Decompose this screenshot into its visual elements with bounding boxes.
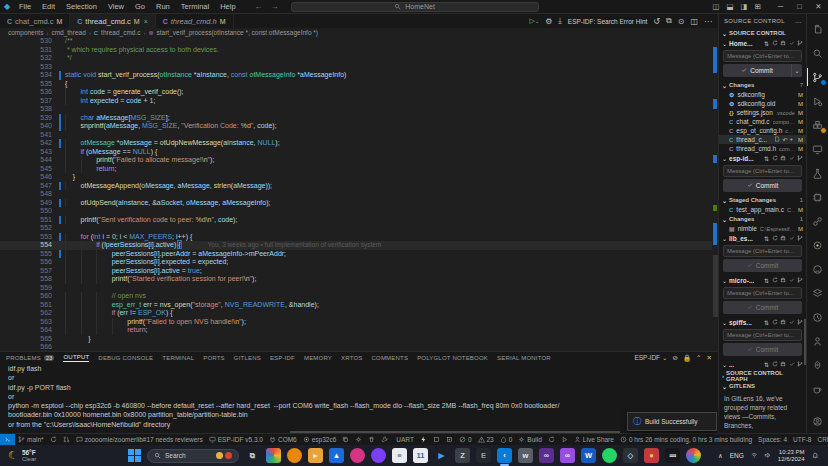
taskbar-photos[interactable]: ▲ [329,448,344,463]
nav-forward-icon[interactable]: → [271,2,279,11]
taskbar-media-play[interactable]: ▶ [434,448,449,463]
esp-idf-search-error-hint-button[interactable]: ESP-IDF: Search Error Hint [568,18,647,25]
gear-icon[interactable]: ⚙ [545,17,552,26]
taskbar-search[interactable]: Search [147,449,239,463]
commit-button[interactable]: Commit [723,64,791,77]
notification-bell-icon[interactable] [812,452,819,459]
tray-chevron-icon[interactable]: ∧ [718,452,723,460]
panel-tab-comments[interactable]: COMMENTS [372,355,409,361]
status-23[interactable]: 23 [475,434,497,445]
status-live-share[interactable]: Live Share [571,434,617,445]
language-indicator[interactable]: ENG [730,452,744,459]
timeline-icon[interactable]: ↺ [653,17,660,26]
taskbar-vscode[interactable]: ‹ [497,448,512,463]
taskbar-calendar[interactable]: 11 [413,448,428,463]
scm-file-threadc[interactable]: Cthread_c...↶+M [719,135,806,144]
panel-tab-memory[interactable]: MEMORY [304,355,332,361]
menu-item-view[interactable]: View [103,2,129,11]
scm-repo-libes[interactable]: ⌄lib_es...⇅ [719,233,806,244]
weather-widget[interactable]: ☾ 56°FClear [0,449,44,462]
download-icon[interactable]: ⤓ [558,16,562,26]
breadcrumb-item[interactable]: thread_cmd.c [101,29,140,36]
scm-file-sdkconfigold[interactable]: ⚙sdkconfig.oldM [719,99,806,108]
scm-graph-section-header[interactable]: › SOURCE CONTROL GRAPH [719,371,806,381]
commit-message-input[interactable]: Message (Ctrl+Enter to... [723,329,802,341]
status-copy[interactable] [339,434,352,445]
compare-icon[interactable]: ⊙ [678,17,685,26]
clock[interactable]: 10:23 PM12/6/2024 [778,449,805,463]
scm-group-changes[interactable]: ⌄Changes1 [719,214,806,224]
taskbar-word[interactable]: W [581,448,596,463]
panel-tab-serial-monitor[interactable]: SERIAL MONITOR [497,355,551,361]
scm-group-changes[interactable]: ⌄Changes7 [719,80,806,90]
taskbar-pink-app[interactable] [350,448,365,463]
output-console[interactable]: idf.py flashoridf.py -p PORT flashorpyth… [0,363,718,431]
activity-source-control-icon[interactable] [807,65,828,89]
taskbar-purple-app[interactable] [371,448,386,463]
breadcrumb[interactable]: components›cmd_thread›Cthread_cmd.c›⊛sta… [0,28,718,37]
menu-item-go[interactable]: Go [130,2,150,11]
status-boxplus[interactable] [443,434,456,445]
activity-search-icon[interactable] [807,41,828,65]
taskbar-task-view[interactable]: ⧉ [245,448,260,463]
scm-section-header[interactable]: ⌄ SOURCE CONTROL [719,28,806,38]
run-button[interactable]: ▷⌄ [530,17,540,25]
menu-item-help[interactable]: Help [215,2,240,11]
minimize-button[interactable]: ─ [771,2,790,11]
more-actions-icon[interactable]: ⋯ [704,17,712,26]
editor-tab-chat_cmd.c[interactable]: Cchat_cmd.cM [0,14,70,28]
status-0[interactable]: 0 [456,434,475,445]
activity-run-debug-icon[interactable] [807,89,828,113]
more-actions-icon[interactable]: ⋯ [795,18,801,25]
taskbar-palette-app[interactable]: ● [644,448,659,463]
activity-explorer-icon[interactable] [807,17,828,41]
status-wrench[interactable] [378,434,391,445]
status-crlf[interactable]: CRLF [814,434,828,445]
commit-dropdown-button[interactable]: ⌄ [791,64,802,77]
notification-toast[interactable]: ⓘ Build Successfully [627,412,717,431]
toggle-bottom-panel-icon[interactable]: ⬓ [727,2,734,11]
panel-tab-polyglot-notebook[interactable]: POLYGLOT NOTEBOOK [417,355,488,361]
split-editor-icon[interactable]: ◫ [690,17,698,26]
taskbar-visual-studio-2[interactable]: ∞ [560,448,575,463]
status-box[interactable] [430,434,443,445]
menu-item-run[interactable]: Run [151,2,175,11]
scm-repo-spiffs[interactable]: ⌄spiffs...⇅ [719,317,806,328]
commit-button[interactable]: Commit [723,343,802,356]
maximize-button[interactable]: □ [790,2,809,11]
taskbar-visual-studio[interactable]: ∞ [539,448,554,463]
panel-tab-terminal[interactable]: TERMINAL [162,355,194,361]
commit-message-input[interactable]: Message (Ctrl+Enter to... [723,287,802,299]
taskbar-notepad[interactable]: ≡ [392,448,407,463]
nav-back-icon[interactable]: ← [255,2,263,11]
status-zoooomie-zoomerlib-17-needs-[interactable]: zoooomie/zoomerlib#17 needs reviewers [73,434,206,445]
status-build[interactable]: Build [515,434,544,445]
account-icon[interactable] [807,409,828,433]
commit-button[interactable]: Commit [723,259,802,272]
activity-docker-icon[interactable] [807,353,828,377]
taskbar-black-app[interactable]: ≕ [665,448,680,463]
taskbar-viewer-3d[interactable]: ◇ [623,448,638,463]
commit-button[interactable]: Commit [723,301,802,314]
commit-message-input[interactable]: Message (Ctrl+Enter to... [723,245,802,257]
status-remote[interactable] [0,434,15,445]
scm-file-chatcmdc[interactable]: Cchat_cmd.ccompon...M [719,117,806,126]
maximize-panel-icon[interactable]: ⌃ [696,354,701,362]
status-bolt[interactable] [417,434,430,445]
start-button[interactable] [127,449,141,463]
panel-tab-gitlens[interactable]: GITLENS [234,355,261,361]
lock-scroll-icon[interactable]: 🔒 [683,354,691,362]
scm-file-espotconfigh[interactable]: Cesp_ot_config.hcom...M [719,126,806,135]
status-esp32c6[interactable]: esp32c6 [300,434,340,445]
taskbar-green-app[interactable] [602,448,617,463]
editor-tab-thread_cmd.c[interactable]: Cthread_cmd.cM× [70,14,155,28]
scm-repo-espid[interactable]: ⌄esp-id...⇅ [719,153,806,164]
customize-layout-icon[interactable]: ⊞ [755,2,761,11]
activity-github-icon[interactable] [807,257,828,281]
status-sync[interactable] [47,434,60,445]
scm-file-threadcmdh[interactable]: Cthread_cmd.hcomp...M [719,144,806,153]
clear-output-icon[interactable]: ⊘ [673,354,678,362]
taskbar-zip-app[interactable]: Z [455,448,470,463]
commit-message-input[interactable]: Message (Ctrl+Enter to... [723,50,802,62]
status-play[interactable] [558,434,571,445]
